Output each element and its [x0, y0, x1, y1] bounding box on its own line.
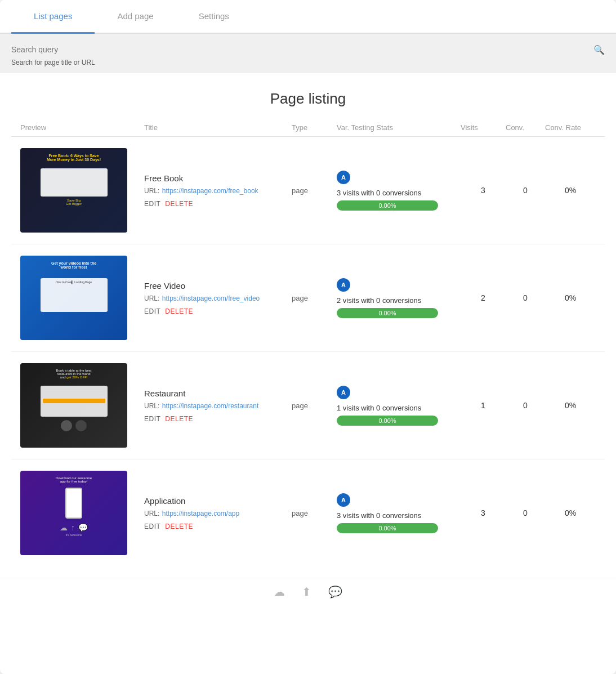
edit-button[interactable]: EDIT [144, 415, 160, 423]
page-actions: EDIT DELETE [144, 307, 292, 315]
page-url[interactable]: https://instapage.com/restaurant [162, 402, 258, 410]
col-rate: Conv. Rate [545, 123, 596, 132]
page-actions: EDIT DELETE [144, 200, 292, 208]
type-cell: page [292, 294, 337, 302]
page-title: Free Video [144, 281, 292, 291]
delete-button[interactable]: DELETE [165, 523, 193, 530]
progress-text: 0.00% [378, 202, 396, 209]
url-label: URL: [144, 510, 159, 517]
stats-cell: A 3 visits with 0 conversions 0.00% [337, 171, 461, 211]
type-cell: page [292, 509, 337, 517]
thumb-card [41, 386, 108, 417]
cloud-icon[interactable]: ☁ [274, 585, 285, 599]
thumb-headline: Book a table at the bestrestaurant in th… [56, 369, 91, 379]
tab-list-pages[interactable]: List pages [11, 0, 95, 34]
variant-badge: A [337, 278, 350, 292]
thumb-icons [61, 420, 87, 431]
page-actions: EDIT DELETE [144, 523, 292, 530]
page-url-row: URL: https://instapage.com/app [144, 508, 292, 518]
table-header: Preview Title Type Var. Testing Stats Vi… [11, 119, 605, 137]
page-url-row: URL: https://instapage.com/restaurant [144, 400, 292, 410]
variant-badge: A [337, 386, 350, 399]
visits-text: 1 visits with 0 conversions [337, 404, 421, 412]
app-container: List pages Add page Settings 🔍 Search fo… [0, 0, 616, 674]
preview-thumbnail-free-book: Free Book: 6 Ways to SaveMore Money in J… [20, 148, 127, 233]
visits-metric: 3 [461, 186, 506, 195]
edit-button[interactable]: EDIT [144, 307, 160, 315]
rate-metric: 0% [545, 401, 596, 410]
progress-bar: 0.00% [337, 523, 438, 533]
tab-settings[interactable]: Settings [176, 0, 252, 34]
progress-bar: 0.00% [337, 200, 438, 211]
delete-button[interactable]: DELETE [165, 307, 193, 315]
bottom-icon-bar: ☁ ⬆ 💬 [0, 578, 616, 603]
visits-text: 3 visits with 0 conversions [337, 189, 421, 197]
progress-text: 0.00% [378, 310, 396, 316]
page-url[interactable]: https://instapage.com/app [162, 510, 239, 517]
col-visits: Visits [461, 123, 506, 132]
table-row: Get your videos into theworld for free! … [11, 244, 605, 352]
col-preview: Preview [20, 123, 144, 132]
search-icon: 🔍 [593, 44, 605, 55]
preview-thumbnail-restaurant: Book a table at the bestrestaurant in th… [20, 363, 127, 448]
conv-metric: 0 [506, 508, 545, 517]
search-hint: Search for page title or URL [11, 59, 605, 66]
table-row: Free Book: 6 Ways to SaveMore Money in J… [11, 137, 605, 244]
thumb-bottom-icons: ☁ ↑ 💬 [60, 523, 88, 532]
page-url[interactable]: https://instapage.com/free_video [162, 294, 260, 302]
page-actions: EDIT DELETE [144, 415, 292, 423]
col-conv: Conv. [506, 123, 545, 132]
conv-metric: 0 [506, 293, 545, 302]
visits-metric: 3 [461, 508, 506, 517]
rate-metric: 0% [545, 508, 596, 517]
delete-button[interactable]: DELETE [165, 200, 193, 208]
search-area: 🔍 Search for page title or URL [0, 34, 616, 73]
table-row: Download our awesomeapp for free today! … [11, 459, 605, 566]
page-title: Restaurant [144, 389, 292, 398]
progress-text: 0.00% [378, 417, 396, 424]
page-url-row: URL: https://instapage.com/free_book [144, 185, 292, 195]
title-cell-free-book: Free Book URL: https://instapage.com/fre… [144, 173, 292, 208]
thumb-headline: Download our awesomeapp for free today! [56, 476, 92, 483]
variant-badge: A [337, 493, 350, 507]
thumb-card: How to Crea▍ Landing Page [41, 278, 108, 312]
search-box: 🔍 [11, 43, 605, 56]
title-cell-free-video: Free Video URL: https://instapage.com/fr… [144, 281, 292, 315]
thumb-caption: It's Awesome [65, 533, 82, 537]
page-title: Application [144, 496, 292, 506]
visits-metric: 1 [461, 401, 506, 410]
visits-metric: 2 [461, 293, 506, 302]
thumb-card [41, 168, 108, 197]
upload-icon[interactable]: ⬆ [302, 585, 311, 599]
rate-metric: 0% [545, 293, 596, 302]
thumb-phone [65, 488, 82, 519]
variant-badge: A [337, 171, 350, 184]
rate-metric: 0% [545, 186, 596, 195]
thumb-cta: Save BigGet Bigger [66, 199, 82, 206]
progress-bar: 0.00% [337, 416, 438, 426]
preview-thumbnail-application: Download our awesomeapp for free today! … [20, 471, 127, 555]
tab-navigation: List pages Add page Settings [0, 0, 616, 34]
progress-bar: 0.00% [337, 308, 438, 318]
tab-add-page[interactable]: Add page [95, 0, 176, 34]
conv-metric: 0 [506, 186, 545, 195]
chat-icon[interactable]: 💬 [328, 585, 342, 599]
preview-thumbnail-free-video: Get your videos into theworld for free! … [20, 256, 127, 340]
page-url[interactable]: https://instapage.com/free_book [162, 187, 258, 195]
page-url-row: URL: https://instapage.com/free_video [144, 293, 292, 303]
progress-text: 0.00% [378, 525, 396, 532]
delete-button[interactable]: DELETE [165, 415, 193, 423]
thumb-headline: Get your videos into theworld for free! [51, 261, 96, 269]
conv-metric: 0 [506, 401, 545, 410]
edit-button[interactable]: EDIT [144, 200, 160, 208]
col-type: Type [292, 123, 337, 132]
edit-button[interactable]: EDIT [144, 523, 160, 530]
search-input[interactable] [11, 43, 593, 56]
url-label: URL: [144, 294, 159, 302]
visits-text: 2 visits with 0 conversions [337, 296, 421, 305]
page-title: Free Book [144, 173, 292, 183]
table-container: Preview Title Type Var. Testing Stats Vi… [0, 119, 616, 578]
stats-cell: A 2 visits with 0 conversions 0.00% [337, 278, 461, 318]
thumb-headline: Free Book: 6 Ways to SaveMore Money in J… [47, 154, 101, 162]
type-cell: page [292, 186, 337, 195]
